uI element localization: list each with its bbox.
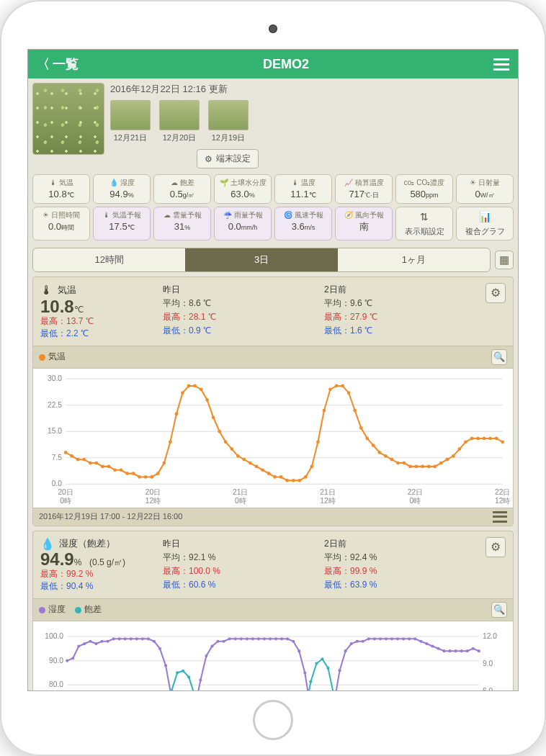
list-icon[interactable] (493, 511, 507, 523)
svg-point-15 (94, 461, 98, 464)
tool-card[interactable]: 📊複合グラフ (456, 207, 514, 240)
metric-card[interactable]: ☁飽差0.5g/㎥ (153, 174, 211, 204)
svg-point-52 (323, 408, 326, 412)
metric-value: 10.8℃ (35, 188, 88, 201)
tool-card[interactable]: ⇅表示順設定 (395, 207, 453, 240)
metric-label: 🌡温度 (277, 178, 330, 188)
svg-point-11 (70, 454, 73, 458)
metric-card[interactable]: 🧭風向予報南 (335, 207, 393, 240)
metric-card[interactable]: 🌱土壌水分度63.0% (214, 174, 272, 204)
svg-point-51 (316, 440, 320, 444)
svg-point-38 (236, 454, 240, 458)
svg-point-143 (263, 637, 266, 640)
svg-point-33 (205, 398, 209, 402)
svg-point-132 (199, 678, 202, 681)
temp-col2-avg: 平均：9.6 ℃ (324, 297, 478, 310)
svg-point-138 (234, 637, 237, 640)
svg-point-70 (433, 464, 437, 468)
svg-point-150 (303, 671, 306, 674)
calendar-icon[interactable]: ▦ (495, 251, 514, 269)
temp-col1-avg: 平均：8.6 ℃ (163, 297, 317, 310)
svg-point-20 (125, 472, 129, 475)
home-button[interactable] (253, 700, 293, 740)
svg-point-59 (365, 436, 369, 440)
metric-label: 🌡気温 (35, 178, 88, 188)
temp-low: 2.2 ℃ (66, 328, 89, 338)
terminal-settings-button[interactable]: ⚙ 端末設定 (197, 149, 259, 168)
metric-label: ☀日射量 (458, 178, 511, 188)
thermometer-icon: 🌡 (40, 283, 53, 298)
svg-point-110 (71, 657, 74, 660)
hum-col2-lo: 最低：63.9 % (324, 580, 377, 590)
field-photo[interactable] (32, 83, 104, 155)
day-tile[interactable]: 12月19日 (208, 100, 249, 143)
metric-card[interactable]: 🌀風速予報3.6m/s (274, 207, 332, 240)
panel-settings-button[interactable]: ⚙ (485, 283, 506, 303)
day-tile[interactable]: 12月21日 (110, 100, 151, 143)
range-tab[interactable]: 1ヶ月 (338, 248, 490, 271)
metric-card[interactable]: 🌡気温10.8℃ (32, 174, 90, 204)
metric-card[interactable]: ☀日照時間0.0時間 (32, 207, 90, 240)
svg-point-140 (246, 637, 249, 640)
temp-col2-title: 2日前 (324, 283, 478, 297)
panel-settings-button[interactable]: ⚙ (485, 537, 506, 557)
svg-point-67 (415, 464, 419, 468)
menu-icon[interactable] (493, 58, 509, 71)
svg-point-166 (396, 637, 399, 640)
svg-point-13 (82, 458, 86, 462)
svg-point-66 (408, 464, 412, 468)
metric-value: 94.9% (95, 188, 148, 201)
svg-text:15.0: 15.0 (48, 427, 62, 435)
temp-unit: ℃ (74, 305, 84, 315)
metric-card[interactable]: 🌡気温予報17.5℃ (93, 207, 151, 240)
svg-text:21日: 21日 (233, 487, 248, 495)
svg-point-72 (445, 458, 449, 462)
svg-point-163 (379, 637, 382, 640)
svg-point-55 (341, 384, 344, 387)
hum-value: 94.9 (40, 549, 74, 569)
gear-icon: ⚙ (205, 154, 212, 164)
svg-point-160 (362, 639, 364, 642)
day-tile[interactable]: 12月20日 (159, 100, 200, 143)
day-label: 12月21日 (110, 132, 151, 143)
svg-point-80 (495, 436, 498, 440)
svg-text:12.0: 12.0 (483, 631, 497, 639)
page-title: DEMO2 (263, 57, 309, 72)
hum-high: 99.2 % (66, 569, 93, 579)
metric-card[interactable]: 📈積算温度717℃·日 (335, 174, 393, 204)
metric-card[interactable]: ☔雨量予報0.0mm/h (214, 207, 272, 240)
metric-cards-row1: 🌡気温10.8℃💧湿度94.9%☁飽差0.5g/㎥🌱土壌水分度63.0%🌡温度1… (32, 174, 514, 204)
zoom-icon[interactable]: 🔍 (491, 349, 507, 365)
metric-card[interactable]: 💧湿度94.9% (93, 174, 151, 204)
svg-point-79 (488, 436, 492, 440)
svg-point-126 (164, 664, 167, 667)
svg-point-17 (107, 464, 111, 468)
svg-point-201 (182, 669, 184, 672)
metric-value: 17.5℃ (95, 220, 148, 233)
metric-card[interactable]: co₂CO₂濃度580ppm (395, 174, 453, 204)
svg-point-171 (425, 642, 428, 645)
svg-point-71 (439, 461, 443, 464)
metric-card[interactable]: ☀日射量0W/㎡ (456, 174, 514, 204)
humidity-chart: 60.070.080.090.0100.00.03.06.09.012.0 (36, 626, 510, 691)
hum-col2-hi: 最高：99.9 % (324, 566, 377, 576)
svg-point-12 (76, 458, 80, 462)
tool-icon: 📊 (458, 210, 511, 224)
svg-point-57 (353, 408, 357, 412)
metric-card[interactable]: 🌡温度11.1℃ (274, 174, 332, 204)
svg-point-169 (413, 637, 416, 640)
svg-point-172 (431, 644, 434, 647)
svg-point-157 (344, 649, 347, 652)
tool-label: 表示順設定 (398, 226, 451, 237)
metric-card[interactable]: ☁雲量予報31% (153, 207, 211, 240)
camera-dot (269, 24, 277, 33)
temp-value: 10.8 (40, 297, 74, 316)
back-button[interactable]: 〈 一覧 (37, 55, 79, 73)
metric-value: 南 (337, 220, 390, 233)
svg-point-167 (402, 637, 405, 640)
zoom-icon[interactable]: 🔍 (491, 602, 507, 618)
svg-point-179 (472, 647, 475, 650)
svg-point-24 (150, 475, 153, 479)
range-tab[interactable]: 12時間 (33, 248, 185, 271)
range-tab[interactable]: 3日 (185, 248, 337, 271)
